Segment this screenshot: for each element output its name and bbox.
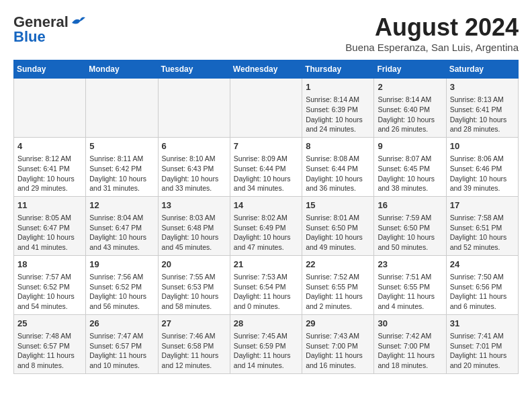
day-content: Sunrise: 8:14 AM Sunset: 6:39 PM Dayligh… [306,95,370,134]
calendar-cell: 1Sunrise: 8:14 AM Sunset: 6:39 PM Daylig… [302,79,374,138]
calendar-cell: 17Sunrise: 7:58 AM Sunset: 6:51 PM Dayli… [446,196,518,255]
day-number: 16 [378,199,442,212]
day-number: 15 [306,199,370,212]
day-content: Sunrise: 7:58 AM Sunset: 6:51 PM Dayligh… [450,213,515,253]
day-content: Sunrise: 7:57 AM Sunset: 6:52 PM Dayligh… [17,272,82,312]
day-number: 31 [450,318,515,330]
day-content: Sunrise: 7:47 AM Sunset: 6:57 PM Dayligh… [89,331,154,371]
day-content: Sunrise: 8:13 AM Sunset: 6:41 PM Dayligh… [450,95,515,134]
day-content: Sunrise: 7:51 AM Sunset: 6:55 PM Dayligh… [378,272,442,312]
calendar-cell: 4Sunrise: 8:12 AM Sunset: 6:41 PM Daylig… [14,137,86,196]
calendar-cell: 15Sunrise: 8:01 AM Sunset: 6:50 PM Dayli… [302,196,374,255]
day-number: 6 [162,140,226,152]
day-number: 25 [17,318,82,330]
day-content: Sunrise: 7:43 AM Sunset: 7:00 PM Dayligh… [306,331,370,371]
day-header-sunday: Sunday [14,60,86,79]
calendar-cell: 5Sunrise: 8:11 AM Sunset: 6:42 PM Daylig… [86,137,158,196]
calendar-cell: 31Sunrise: 7:41 AM Sunset: 7:01 PM Dayli… [446,314,518,373]
day-number: 1 [306,81,370,93]
day-content: Sunrise: 8:06 AM Sunset: 6:46 PM Dayligh… [450,154,515,193]
calendar-header-row: SundayMondayTuesdayWednesdayThursdayFrid… [14,60,519,79]
calendar-cell: 28Sunrise: 7:45 AM Sunset: 6:59 PM Dayli… [230,314,302,373]
logo: General Blue [13,13,85,46]
day-content: Sunrise: 8:05 AM Sunset: 6:47 PM Dayligh… [17,213,82,253]
day-number: 5 [89,140,154,152]
day-number: 13 [162,199,226,212]
calendar-cell [86,79,158,138]
calendar-week-row: 18Sunrise: 7:57 AM Sunset: 6:52 PM Dayli… [14,255,519,314]
calendar-cell: 18Sunrise: 7:57 AM Sunset: 6:52 PM Dayli… [14,255,86,314]
calendar-cell: 27Sunrise: 7:46 AM Sunset: 6:58 PM Dayli… [158,314,230,373]
day-content: Sunrise: 8:11 AM Sunset: 6:42 PM Dayligh… [89,154,154,193]
calendar-cell: 2Sunrise: 8:14 AM Sunset: 6:40 PM Daylig… [374,79,446,138]
day-number: 19 [89,259,154,271]
calendar-cell: 21Sunrise: 7:53 AM Sunset: 6:54 PM Dayli… [230,255,302,314]
day-content: Sunrise: 7:50 AM Sunset: 6:56 PM Dayligh… [450,272,515,312]
calendar-cell: 9Sunrise: 8:07 AM Sunset: 6:45 PM Daylig… [374,137,446,196]
title-block: August 2024 Buena Esperanza, San Luis, A… [345,13,519,53]
day-number: 18 [17,259,82,271]
day-content: Sunrise: 8:04 AM Sunset: 6:47 PM Dayligh… [89,213,154,253]
calendar-week-row: 11Sunrise: 8:05 AM Sunset: 6:47 PM Dayli… [14,196,519,255]
calendar-week-row: 25Sunrise: 7:48 AM Sunset: 6:57 PM Dayli… [14,314,519,373]
day-number: 3 [450,81,515,93]
calendar-cell: 6Sunrise: 8:10 AM Sunset: 6:43 PM Daylig… [158,137,230,196]
calendar-cell: 25Sunrise: 7:48 AM Sunset: 6:57 PM Dayli… [14,314,86,373]
day-content: Sunrise: 8:03 AM Sunset: 6:48 PM Dayligh… [162,213,226,253]
day-number: 4 [17,140,82,152]
day-number: 11 [17,199,82,212]
calendar-cell: 23Sunrise: 7:51 AM Sunset: 6:55 PM Dayli… [374,255,446,314]
day-number: 2 [378,81,442,93]
day-content: Sunrise: 8:08 AM Sunset: 6:44 PM Dayligh… [306,154,370,193]
calendar-cell: 26Sunrise: 7:47 AM Sunset: 6:57 PM Dayli… [86,314,158,373]
calendar-cell [14,79,86,138]
day-header-wednesday: Wednesday [230,60,302,79]
day-number: 14 [234,199,298,212]
day-content: Sunrise: 7:59 AM Sunset: 6:50 PM Dayligh… [378,213,442,253]
calendar-cell: 29Sunrise: 7:43 AM Sunset: 7:00 PM Dayli… [302,314,374,373]
day-content: Sunrise: 8:12 AM Sunset: 6:41 PM Dayligh… [17,154,82,193]
logo-bird-icon [71,16,85,28]
day-content: Sunrise: 7:56 AM Sunset: 6:52 PM Dayligh… [89,272,154,312]
day-number: 22 [306,259,370,271]
calendar-cell: 8Sunrise: 8:08 AM Sunset: 6:44 PM Daylig… [302,137,374,196]
day-number: 27 [162,318,226,330]
calendar-cell: 22Sunrise: 7:52 AM Sunset: 6:55 PM Dayli… [302,255,374,314]
calendar-cell: 10Sunrise: 8:06 AM Sunset: 6:46 PM Dayli… [446,137,518,196]
day-header-tuesday: Tuesday [158,60,230,79]
calendar-cell: 11Sunrise: 8:05 AM Sunset: 6:47 PM Dayli… [14,196,86,255]
calendar-cell: 12Sunrise: 8:04 AM Sunset: 6:47 PM Dayli… [86,196,158,255]
page-header: General Blue August 2024 Buena Esperanza… [13,13,519,53]
day-content: Sunrise: 8:14 AM Sunset: 6:40 PM Dayligh… [378,95,442,134]
day-content: Sunrise: 8:02 AM Sunset: 6:49 PM Dayligh… [234,213,298,253]
day-content: Sunrise: 7:41 AM Sunset: 7:01 PM Dayligh… [450,331,515,371]
calendar-week-row: 4Sunrise: 8:12 AM Sunset: 6:41 PM Daylig… [14,137,519,196]
month-year-title: August 2024 [345,13,519,42]
day-number: 30 [378,318,442,330]
calendar-cell: 20Sunrise: 7:55 AM Sunset: 6:53 PM Dayli… [158,255,230,314]
calendar-cell: 3Sunrise: 8:13 AM Sunset: 6:41 PM Daylig… [446,79,518,138]
day-content: Sunrise: 8:09 AM Sunset: 6:44 PM Dayligh… [234,154,298,193]
calendar-cell: 16Sunrise: 7:59 AM Sunset: 6:50 PM Dayli… [374,196,446,255]
day-content: Sunrise: 8:01 AM Sunset: 6:50 PM Dayligh… [306,213,370,253]
day-number: 24 [450,259,515,271]
day-number: 21 [234,259,298,271]
calendar-cell: 7Sunrise: 8:09 AM Sunset: 6:44 PM Daylig… [230,137,302,196]
day-number: 10 [450,140,515,152]
calendar-cell: 19Sunrise: 7:56 AM Sunset: 6:52 PM Dayli… [86,255,158,314]
day-number: 20 [162,259,226,271]
day-header-saturday: Saturday [446,60,518,79]
day-content: Sunrise: 8:07 AM Sunset: 6:45 PM Dayligh… [378,154,442,193]
day-content: Sunrise: 7:45 AM Sunset: 6:59 PM Dayligh… [234,331,298,371]
calendar-week-row: 1Sunrise: 8:14 AM Sunset: 6:39 PM Daylig… [14,79,519,138]
day-number: 23 [378,259,442,271]
day-header-thursday: Thursday [302,60,374,79]
day-content: Sunrise: 7:42 AM Sunset: 7:00 PM Dayligh… [378,331,442,371]
day-number: 8 [306,140,370,152]
day-number: 28 [234,318,298,330]
day-header-friday: Friday [374,60,446,79]
calendar-cell: 24Sunrise: 7:50 AM Sunset: 6:56 PM Dayli… [446,255,518,314]
day-number: 29 [306,318,370,330]
day-content: Sunrise: 8:10 AM Sunset: 6:43 PM Dayligh… [162,154,226,193]
calendar-cell [158,79,230,138]
